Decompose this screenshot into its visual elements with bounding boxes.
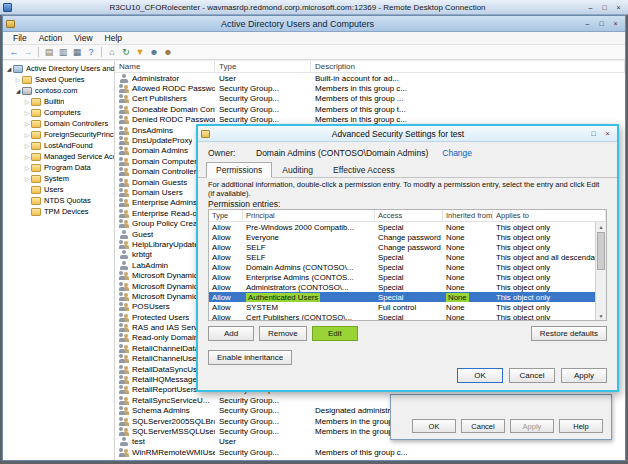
adv-close-button[interactable]: × — [601, 128, 614, 139]
help-button[interactable]: Help — [559, 419, 603, 433]
expander-icon[interactable]: ◢ — [14, 87, 22, 94]
create-user-icon[interactable]: ☻ — [147, 46, 161, 59]
set-domain-icon[interactable]: ⌂ — [105, 46, 119, 59]
permission-entry[interactable]: AllowDomain Admins (CONTOSO\...SpecialNo… — [209, 262, 595, 272]
list-item[interactable]: Cloneable Domain Contr...Security Group.… — [115, 104, 625, 114]
remove-button[interactable]: Remove — [259, 326, 307, 341]
expander-icon[interactable]: ▷ — [23, 98, 31, 105]
menu-help[interactable]: Help — [99, 33, 128, 43]
perm-column-header-type[interactable]: Type — [209, 210, 243, 222]
refresh-icon[interactable]: ↻ — [119, 46, 133, 59]
apply-button[interactable]: Apply — [510, 419, 554, 433]
expander-icon[interactable]: ▷ — [23, 175, 31, 182]
enable-inheritance-button[interactable]: Enable inheritance — [208, 350, 292, 365]
list-item[interactable]: Allowed RODC Password ...Security Group.… — [115, 83, 625, 93]
rdp-close-button[interactable]: × — [612, 2, 625, 13]
help-icon[interactable]: ? — [84, 46, 98, 59]
permission-entry[interactable]: AllowEveryoneChange passwordNoneThis obj… — [209, 232, 595, 242]
advanced-security-dialog: Advanced Security Settings for test □× O… — [196, 124, 619, 392]
mmc-close-button[interactable]: × — [609, 18, 622, 29]
expander-icon[interactable]: ▷ — [23, 142, 31, 149]
user-icon — [119, 230, 129, 239]
tree-item-active-directory-users-and-com[interactable]: ◢Active Directory Users and Com — [3, 63, 114, 74]
tree-item-saved-queries[interactable]: ▷Saved Queries — [3, 74, 114, 85]
mmc-maximize-button[interactable]: □ — [595, 18, 608, 29]
cancel-button[interactable]: Cancel — [509, 368, 555, 383]
expander-icon[interactable]: ▷ — [23, 120, 31, 127]
rdp-minimize-button[interactable]: – — [584, 2, 597, 13]
tab-permissions[interactable]: Permissions — [206, 162, 272, 178]
perm-access: Special — [375, 273, 443, 282]
adv-maximize-button[interactable]: □ — [587, 128, 600, 139]
permission-entry[interactable]: AllowSELFChange passwordNoneThis object … — [209, 242, 595, 252]
restore-defaults-button[interactable]: Restore defaults — [531, 326, 607, 341]
tree-item-system[interactable]: ▷System — [3, 173, 114, 184]
list-item[interactable]: Cert PublishersSecurity Group...Members … — [115, 94, 625, 104]
perm-column-header-applies-to[interactable]: Applies to — [493, 210, 606, 222]
tab-effective-access[interactable]: Effective Access — [323, 162, 405, 178]
add-button[interactable]: Add — [208, 326, 254, 341]
cancel-button[interactable]: Cancel — [461, 419, 505, 433]
tree-item-users[interactable]: Users — [3, 184, 114, 195]
permission-entry[interactable]: AllowCert Publishers (CONTOSO\...Special… — [209, 312, 595, 320]
tree-item-ntds-quotas[interactable]: NTDS Quotas — [3, 195, 114, 206]
permission-entries-scrollbar[interactable]: ▲ ▼ — [595, 222, 606, 320]
permission-entry[interactable]: AllowPre-Windows 2000 Compatib...Special… — [209, 222, 595, 232]
column-header-type[interactable]: Type — [215, 61, 311, 73]
column-header-description[interactable]: Description — [311, 61, 625, 73]
forward-icon[interactable]: → — [21, 46, 35, 59]
menu-action[interactable]: Action — [33, 33, 69, 43]
list-item[interactable]: AdministratorUserBuilt-in account for ad… — [115, 73, 625, 83]
permission-entry[interactable]: AllowEnterprise Admins (CONTOS...Special… — [209, 272, 595, 282]
tree-item-contoso-com[interactable]: ◢contoso.com — [3, 85, 114, 96]
perm-column-header-principal[interactable]: Principal — [243, 210, 375, 222]
menu-view[interactable]: View — [68, 33, 98, 43]
permission-entry[interactable]: AllowAdministrators (CONTOSO\...SpecialN… — [209, 282, 595, 292]
expander-icon[interactable]: ◢ — [5, 65, 13, 72]
expander-icon[interactable]: ▷ — [23, 131, 31, 138]
tree-item-program-data[interactable]: ▷Program Data — [3, 162, 114, 173]
expander-icon[interactable]: ▷ — [23, 164, 31, 171]
list-item[interactable]: WinRMRemoteWMIUsers__Security Group...Me… — [115, 447, 625, 457]
change-owner-link[interactable]: Change — [442, 148, 472, 158]
tab-auditing[interactable]: Auditing — [272, 162, 323, 178]
filter-icon[interactable]: ▼ — [133, 46, 147, 59]
mmc-minimize-button[interactable]: – — [581, 18, 594, 29]
tree-item-managed-service-accoun[interactable]: ▷Managed Service Accoun — [3, 151, 114, 162]
tree-item-builtin[interactable]: ▷Builtin — [3, 96, 114, 107]
expander-icon[interactable]: ▷ — [14, 76, 22, 83]
ok-button[interactable]: OK — [412, 419, 456, 433]
perm-column-header-access[interactable]: Access — [375, 210, 443, 222]
mmc-titlebar[interactable]: Active Directory Users and Computers –□× — [3, 16, 625, 32]
tree-item-lostandfound[interactable]: ▷LostAndFound — [3, 140, 114, 151]
tree-item-domain-controllers[interactable]: ▷Domain Controllers — [3, 118, 114, 129]
ok-button[interactable]: OK — [457, 368, 503, 383]
permission-entry[interactable]: AllowSYSTEMFull controlNoneThis object o… — [209, 302, 595, 312]
permission-entry[interactable]: AllowSELFSpecialNoneThis object and all … — [209, 252, 595, 262]
scroll-up-icon[interactable]: ▲ — [596, 222, 606, 231]
show-tree-icon[interactable]: ▤ — [42, 46, 56, 59]
rdp-maximize-button[interactable]: □ — [598, 2, 611, 13]
back-icon[interactable]: ← — [7, 46, 21, 59]
expander-icon[interactable]: ▷ — [23, 153, 31, 160]
perm-access: Change password — [375, 233, 443, 242]
column-header-name[interactable]: Name — [115, 61, 215, 73]
export-list-icon[interactable]: ▥ — [56, 46, 70, 59]
item-name: RetailSyncServiceU... — [132, 396, 209, 405]
perm-principal: SELF — [243, 243, 375, 252]
apply-button[interactable]: Apply — [561, 368, 607, 383]
edit-button[interactable]: Edit — [312, 326, 358, 341]
create-group-icon[interactable]: ☻ — [161, 46, 175, 59]
permission-entries-label: Permission entries: — [208, 199, 280, 209]
tree-item-tpm-devices[interactable]: TPM Devices — [3, 206, 114, 217]
tree-item-computers[interactable]: ▷Computers — [3, 107, 114, 118]
perm-column-header-inherited-from[interactable]: Inherited from — [443, 210, 493, 222]
permission-entry[interactable]: AllowAuthenticated UsersSpecialNoneThis … — [209, 292, 595, 302]
properties-icon[interactable]: ▦ — [70, 46, 84, 59]
adv-titlebar[interactable]: Advanced Security Settings for test □× — [198, 126, 617, 142]
menu-file[interactable]: File — [7, 33, 33, 43]
scroll-down-icon[interactable]: ▼ — [596, 311, 606, 320]
expander-icon[interactable]: ▷ — [23, 109, 31, 116]
tree-item-foreignsecurityprincipal[interactable]: ▷ForeignSecurityPrincipal — [3, 129, 114, 140]
scrollbar-thumb[interactable] — [597, 232, 605, 270]
